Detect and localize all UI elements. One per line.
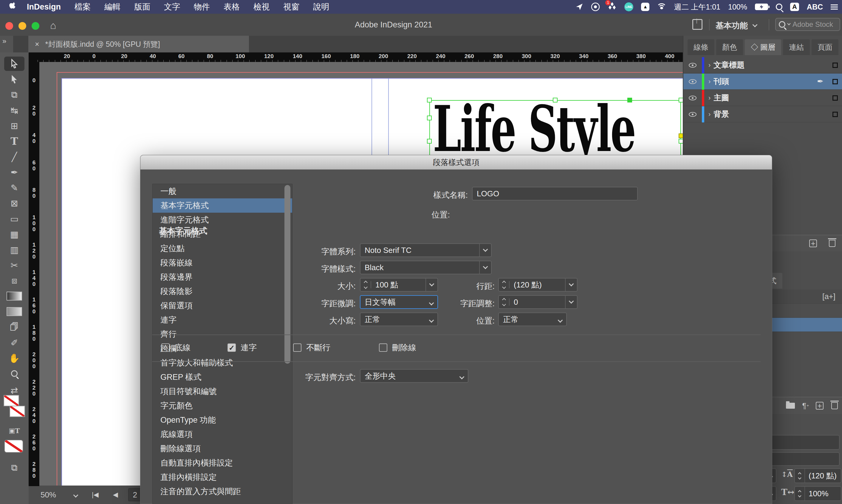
kerning-select[interactable]: 日文等幅	[360, 295, 438, 309]
zoom-tool[interactable]	[4, 366, 24, 381]
menu-item[interactable]: 表格	[224, 2, 240, 11]
dialog-category-item[interactable]: 進階字元格式	[153, 213, 292, 227]
close-window-button[interactable]	[5, 22, 13, 30]
vertical-ruler[interactable]: 0204060801001201401601802002202402602803…	[29, 62, 39, 486]
dialog-category-item[interactable]: GREP 樣式	[153, 370, 292, 384]
panel-tab-線條[interactable]: 線條	[688, 39, 715, 55]
stroke-handle[interactable]	[678, 133, 683, 138]
free-transform-tool[interactable]: ⧈	[4, 273, 24, 288]
menu-item[interactable]: 編輯	[104, 2, 120, 11]
clear-overrides-icon[interactable]: ¶⁺	[802, 401, 809, 411]
battery-icon[interactable]	[755, 4, 768, 10]
menu-clock[interactable]: 週二 上午1:01	[674, 2, 720, 12]
note-tool[interactable]: 🗍	[4, 320, 24, 334]
layer-expand-chevron[interactable]: ›	[708, 110, 710, 118]
char-align-select[interactable]: 全形中央	[360, 369, 468, 383]
menu-item[interactable]: 檢視	[254, 2, 270, 11]
panel-tab-圖層[interactable]: ◇ 圖層	[745, 39, 781, 55]
dialog-category-item[interactable]: 字元顏色	[153, 399, 292, 413]
dialog-category-item[interactable]: 底線選項	[153, 427, 292, 442]
layer-row[interactable]: ›文章標題	[683, 57, 842, 73]
dialog-category-item[interactable]: 項目符號和編號	[153, 384, 292, 399]
apple-menu-icon[interactable]	[9, 2, 16, 12]
dialog-category-item[interactable]: 一般	[153, 184, 292, 198]
dialog-title[interactable]: 段落樣式選項	[140, 155, 772, 169]
table-tool[interactable]: ▦	[4, 227, 24, 241]
content-collector-tool[interactable]: ⊞	[4, 119, 24, 133]
style-group-icon[interactable]	[786, 403, 795, 409]
checkbox-1[interactable]: 底線	[161, 342, 190, 353]
selection-handle[interactable]	[553, 98, 557, 103]
wifi-icon[interactable]	[657, 3, 666, 11]
new-layer-icon[interactable]: +	[809, 239, 817, 247]
horizontal-scale-combo[interactable]: 100%	[794, 486, 841, 501]
hand-tool[interactable]: ✋	[4, 351, 24, 365]
share-icon[interactable]	[692, 19, 703, 30]
scissors-tool[interactable]: ✂	[4, 258, 24, 272]
location-icon[interactable]	[575, 3, 583, 11]
style-name-input[interactable]: LOGO	[472, 187, 638, 200]
panel-tab-顏色[interactable]: 顏色	[716, 39, 743, 55]
layer-row[interactable]: ›背景	[683, 106, 842, 122]
case-select[interactable]: 正常	[360, 312, 438, 326]
dropbox-badge-icon[interactable]: 1	[608, 2, 617, 12]
layer-visibility-icon[interactable]	[689, 96, 697, 101]
panel-expand-button[interactable]: »	[0, 36, 13, 52]
menu-item[interactable]: 檔案	[74, 2, 91, 11]
layer-row[interactable]: ›刊頭✒	[683, 74, 842, 90]
selection-handle[interactable]	[427, 139, 432, 144]
checkbox-3[interactable]: 不斷行	[293, 342, 330, 353]
close-tab-icon[interactable]: ×	[35, 40, 39, 49]
font-family-select[interactable]: Noto Serif TC	[360, 244, 492, 257]
gradient-tool[interactable]	[4, 289, 24, 303]
dialog-category-item[interactable]: 段落邊界	[153, 270, 292, 284]
previous-page-button[interactable]: ◀	[113, 491, 118, 499]
zoom-window-button[interactable]	[32, 22, 39, 30]
layer-visibility-icon[interactable]	[689, 63, 697, 68]
selection-handle[interactable]	[678, 98, 683, 103]
selection-handle[interactable]	[627, 98, 632, 103]
page-tool[interactable]: ⧉	[4, 88, 24, 102]
dialog-category-item[interactable]: 直排內橫排設定	[153, 470, 292, 484]
font-style-select[interactable]: Black	[360, 260, 492, 274]
screen-mode-button[interactable]: ⧉	[4, 461, 24, 475]
checkbox-2[interactable]: ✓連字	[227, 342, 257, 353]
menu-item[interactable]: 版面	[134, 2, 150, 11]
menu-app-name[interactable]: InDesign	[27, 2, 61, 12]
layer-visibility-icon[interactable]	[689, 79, 697, 84]
input-source-abc[interactable]: ABC	[807, 3, 823, 11]
home-icon[interactable]: ⌂	[50, 20, 56, 31]
layer-target-box[interactable]	[832, 95, 838, 101]
leading-combo[interactable]: (120 點)	[498, 278, 578, 292]
menu-item[interactable]: 文字	[164, 2, 180, 11]
selection-handle[interactable]	[427, 98, 432, 103]
gap-tool[interactable]: ↹	[4, 103, 24, 118]
zoom-level[interactable]: 50%	[40, 490, 56, 500]
frame-tool[interactable]: ⊠	[4, 196, 24, 210]
fill-swatch[interactable]	[4, 395, 19, 406]
layer-visibility-icon[interactable]	[689, 112, 697, 117]
menu-item[interactable]: 說明	[313, 2, 329, 11]
layer-expand-chevron[interactable]: ›	[708, 61, 710, 69]
dialog-category-item[interactable]: 首字放大和輔助樣式	[153, 356, 292, 370]
panel-tab-連結[interactable]: 連結	[783, 39, 810, 55]
minimize-window-button[interactable]	[18, 22, 26, 30]
creative-cloud-icon[interactable]	[591, 2, 600, 11]
type-tool[interactable]: T	[4, 134, 24, 148]
dialog-category-item[interactable]: 連字	[153, 313, 292, 327]
tracking-combo[interactable]: 0	[498, 295, 578, 309]
eyedropper-tool[interactable]: ✐	[4, 336, 24, 350]
layer-target-box[interactable]	[832, 112, 838, 117]
leading-combo[interactable]: (120 點)	[794, 468, 841, 483]
formatting-toggle[interactable]: ▣ T	[4, 424, 24, 438]
rectangle-tool[interactable]: ▭	[4, 212, 24, 226]
dialog-category-item[interactable]: 刪除線選項	[153, 442, 292, 456]
menu-item[interactable]: 物件	[194, 2, 210, 11]
stroke-swatch[interactable]	[10, 406, 25, 417]
line-tool[interactable]: ╱	[4, 149, 24, 164]
dialog-category-item[interactable]: 自動直排內橫排設定	[153, 456, 292, 470]
apply-color-button[interactable]	[4, 440, 23, 453]
dialog-category-item[interactable]: 基本字元格式	[153, 198, 292, 213]
workspace-switcher[interactable]: 基本功能	[716, 20, 757, 31]
grid-tool[interactable]: ▥	[4, 242, 24, 257]
